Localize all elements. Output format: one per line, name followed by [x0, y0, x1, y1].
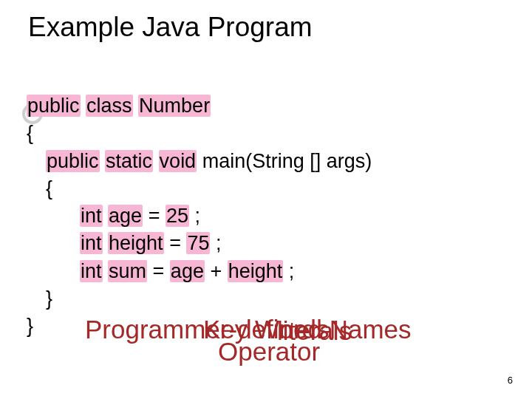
- plus: +: [210, 260, 227, 282]
- code-line-6: int height = 75 ;: [27, 230, 372, 257]
- kw-int2: int: [80, 232, 103, 254]
- kw-static: static: [105, 150, 153, 172]
- semi1: ;: [194, 205, 200, 227]
- overlap-labels: Programmer-defined Names Key Words Opera…: [85, 316, 491, 368]
- kw-int1: int: [80, 205, 103, 227]
- kw-public: public: [27, 95, 81, 117]
- kw-class: class: [86, 95, 133, 117]
- id-sum: sum: [108, 260, 147, 282]
- label-literals: literals: [277, 318, 352, 344]
- id-height: height: [108, 232, 164, 254]
- page-number: 6: [508, 375, 513, 386]
- lit-25: 25: [166, 205, 189, 227]
- id-number: Number: [138, 95, 211, 117]
- code-line-4: {: [27, 175, 372, 202]
- code-block: public class Number { public static void…: [27, 92, 372, 340]
- code-line-3: public static void main(String [] args): [27, 148, 372, 175]
- lit-75: 75: [186, 232, 210, 254]
- eq2: =: [169, 232, 186, 254]
- semi2: ;: [216, 232, 222, 254]
- code-line-5: int age = 25 ;: [27, 202, 372, 230]
- eq3: =: [153, 260, 170, 282]
- main-sig: main(String [] args): [202, 150, 372, 172]
- code-line-8: }: [27, 285, 372, 313]
- eq1: =: [149, 205, 166, 227]
- id-age2: age: [170, 260, 205, 282]
- code-line-1: public class Number: [27, 92, 372, 120]
- slide-title: Example Java Program: [28, 12, 313, 43]
- kw-void: void: [159, 150, 197, 172]
- kw-int3: int: [80, 260, 103, 282]
- id-age: age: [108, 205, 143, 227]
- code-line-2: {: [27, 120, 372, 147]
- id-height2: height: [228, 260, 284, 282]
- semi3: ;: [289, 260, 295, 282]
- kw-public2: public: [46, 150, 100, 172]
- code-line-7: int sum = age + height ;: [27, 258, 372, 285]
